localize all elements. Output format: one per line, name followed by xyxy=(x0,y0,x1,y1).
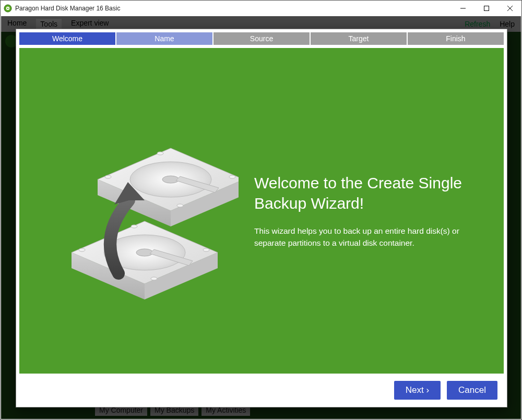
svg-point-24 xyxy=(157,152,163,155)
svg-rect-4 xyxy=(484,6,489,11)
close-button[interactable] xyxy=(498,1,521,16)
next-button[interactable]: Next › xyxy=(394,381,441,400)
window-title: Paragon Hard Disk Manager 16 Basic xyxy=(15,5,120,12)
svg-point-16 xyxy=(151,277,157,280)
menu-refresh[interactable]: Refresh xyxy=(465,20,490,28)
menu-home[interactable]: Home xyxy=(7,19,27,29)
step-finish: Finish xyxy=(408,32,504,45)
svg-point-21 xyxy=(162,176,179,183)
wizard-heading: Welcome to the Create Single Backup Wiza… xyxy=(254,173,478,213)
wizard-content: Welcome to the Create Single Backup Wiza… xyxy=(19,48,504,374)
minimize-button[interactable] xyxy=(451,1,474,16)
svg-point-23 xyxy=(105,175,111,178)
step-source: Source xyxy=(213,32,310,45)
menu-help[interactable]: Help xyxy=(500,20,515,28)
step-welcome[interactable]: Welcome xyxy=(19,32,115,45)
svg-point-26 xyxy=(177,204,183,207)
wizard-footer: Next › Cancel xyxy=(16,374,507,407)
wizard-subtext: This wizard helps you to back up an enti… xyxy=(254,225,478,249)
menu-expert[interactable]: Expert view xyxy=(71,19,109,29)
step-name[interactable]: Name xyxy=(116,32,212,45)
window-controls xyxy=(451,1,521,16)
svg-point-25 xyxy=(229,175,235,178)
maximize-button[interactable] xyxy=(474,1,498,16)
disk-backup-illustration xyxy=(51,117,239,305)
menu-tools[interactable]: Tools xyxy=(36,19,62,29)
create-backup-wizard-dialog: Welcome Name Source Target Finish xyxy=(16,29,507,407)
step-target: Target xyxy=(311,32,407,45)
svg-point-13 xyxy=(79,248,85,251)
svg-point-15 xyxy=(203,248,209,251)
cancel-button[interactable]: Cancel xyxy=(447,381,497,400)
app-icon xyxy=(4,4,12,13)
svg-point-11 xyxy=(136,249,153,256)
titlebar: Paragon Hard Disk Manager 16 Basic xyxy=(1,1,521,16)
wizard-steps: Welcome Name Source Target Finish xyxy=(19,32,504,45)
svg-point-14 xyxy=(131,225,137,228)
svg-point-2 xyxy=(7,8,9,9)
